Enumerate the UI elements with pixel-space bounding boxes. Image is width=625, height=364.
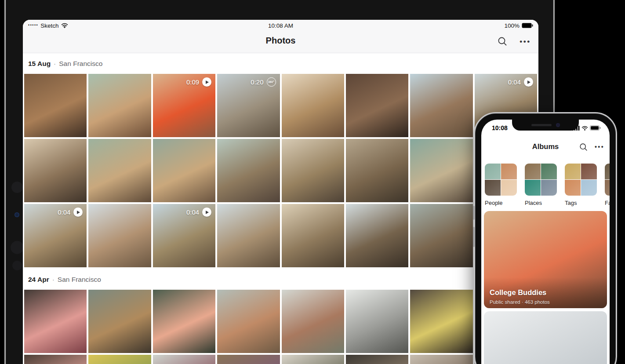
category-thumbnail-grid: [605, 164, 610, 196]
photo-thumbnail[interactable]: [282, 204, 344, 267]
category-thumbnail: [605, 164, 610, 179]
phone-notch: [512, 120, 579, 131]
section-location: San Francisco: [58, 276, 101, 284]
category-thumbnail: [565, 164, 581, 179]
photo-thumbnail[interactable]: [410, 290, 472, 353]
photo-thumbnail[interactable]: [346, 355, 408, 364]
photo-thumbnail[interactable]: [88, 139, 151, 202]
photo-thumbnail[interactable]: [410, 139, 472, 202]
photo-thumbnail[interactable]: [282, 355, 344, 364]
album-category-favorites[interactable]: Favorites: [605, 164, 610, 208]
photo-thumbnail[interactable]: 0:09: [153, 74, 215, 137]
category-thumbnail: [485, 180, 501, 196]
photo-thumbnail[interactable]: [282, 139, 344, 202]
more-menu-button[interactable]: •••: [518, 35, 532, 48]
photo-thumbnail[interactable]: [410, 74, 472, 137]
search-icon: [579, 143, 588, 151]
photo-thumbnail[interactable]: [88, 290, 151, 353]
photo-thumbnail[interactable]: 0:04: [153, 204, 215, 267]
date-section-header: 24 Apr · San Francisco: [23, 269, 538, 290]
photo-thumbnail[interactable]: [410, 204, 472, 267]
carrier-label: Sketch: [40, 22, 58, 29]
cell-signal-icon: •••••: [28, 23, 38, 27]
photo-thumbnail[interactable]: 0:04: [24, 204, 87, 267]
date-section-header: 15 Aug · San Francisco: [23, 53, 538, 74]
tablet-sensor-dot: [11, 241, 24, 254]
video-duration-overlay: 0:04: [58, 207, 83, 217]
category-label: People: [485, 200, 517, 206]
phone-nav-bar: Albums •••: [481, 137, 610, 156]
photo-thumbnail[interactable]: [282, 74, 344, 137]
search-button[interactable]: [495, 35, 509, 48]
video-duration-overlay: 0:04: [186, 207, 211, 217]
category-thumbnail: [581, 164, 597, 179]
search-button[interactable]: [577, 141, 589, 153]
album-category-people[interactable]: People: [485, 164, 517, 208]
photo-thumbnail[interactable]: [217, 139, 280, 202]
photo-thumbnail[interactable]: [24, 74, 87, 137]
tablet-device: ••••• Sketch 10:08 AM 100% Photos •••: [4, 0, 555, 364]
photo-thumbnail[interactable]: [217, 290, 280, 353]
category-label: Favorites: [605, 200, 610, 206]
status-time: 10:08: [492, 124, 508, 131]
category-thumbnail: [605, 180, 610, 196]
category-thumbnail: [485, 164, 501, 179]
photo-thumbnail[interactable]: [24, 355, 87, 364]
video-duration: 0:04: [58, 208, 70, 216]
section-date: 24 Apr: [28, 276, 49, 284]
more-menu-button[interactable]: •••: [593, 141, 606, 153]
page-title: Albums: [481, 142, 610, 151]
section-date: 15 Aug: [28, 60, 51, 68]
front-camera: [556, 123, 560, 127]
album-category-places[interactable]: Places: [525, 164, 557, 208]
search-icon: [498, 36, 507, 46]
photo-thumbnail[interactable]: [88, 204, 151, 267]
category-label: Places: [525, 200, 557, 206]
photo-thumbnail[interactable]: [24, 290, 87, 353]
album-subtitle: Public shared · 463 photos: [490, 299, 550, 305]
play-icon: [524, 77, 533, 87]
section-location: San Francisco: [59, 60, 102, 68]
photo-thumbnail[interactable]: [282, 290, 344, 353]
album-card-college-buddies[interactable]: College Buddies Public shared · 463 phot…: [484, 211, 607, 308]
tablet-front-camera: [15, 212, 19, 217]
photo-thumbnail[interactable]: 0:20360°: [217, 74, 280, 137]
wifi-icon: [61, 23, 68, 28]
photo-thumbnail[interactable]: [410, 355, 472, 364]
photo-thumbnail[interactable]: [217, 204, 280, 267]
category-thumbnail: [541, 164, 557, 179]
photo-thumbnail[interactable]: [153, 290, 215, 353]
album-category-tags[interactable]: Tags: [565, 164, 597, 208]
photo-grid-row: 0:090:20360°0:04: [23, 74, 538, 137]
phone-volume-down-button: [473, 227, 475, 247]
photo-thumbnail[interactable]: [346, 290, 408, 353]
photo-thumbnail[interactable]: [88, 74, 151, 137]
photo-thumbnail[interactable]: [346, 74, 408, 137]
360-badge-icon: 360°: [267, 77, 276, 87]
photo-thumbnail[interactable]: [24, 139, 87, 202]
photo-thumbnail[interactable]: [217, 355, 280, 364]
status-time: 10:08 AM: [268, 22, 293, 29]
photo-thumbnail[interactable]: [153, 355, 215, 364]
video-duration-overlay: 0:20360°: [251, 77, 276, 87]
photo-thumbnail[interactable]: [346, 204, 408, 267]
section-separator: ·: [52, 276, 55, 284]
category-thumbnail: [565, 180, 581, 196]
album-card[interactable]: [484, 311, 607, 364]
play-icon: [73, 207, 83, 217]
photo-thumbnail[interactable]: [346, 139, 408, 202]
category-thumbnail: [525, 164, 541, 179]
photo-thumbnail[interactable]: [153, 139, 215, 202]
video-duration: 0:09: [186, 78, 199, 86]
phone-status-bar: 10:08: [481, 120, 610, 135]
category-thumbnail: [501, 164, 517, 179]
photo-grid-row: [23, 355, 538, 364]
tablet-camera-dot: [11, 182, 23, 193]
earpiece-speaker: [531, 124, 552, 126]
more-icon: •••: [520, 38, 531, 45]
category-thumbnail: [525, 180, 541, 196]
photo-thumbnail[interactable]: [88, 355, 151, 364]
video-duration-overlay: 0:04: [508, 77, 533, 87]
tablet-top-chrome: ••••• Sketch 10:08 AM 100% Photos •••: [23, 20, 538, 53]
category-thumbnail-grid: [565, 164, 597, 196]
